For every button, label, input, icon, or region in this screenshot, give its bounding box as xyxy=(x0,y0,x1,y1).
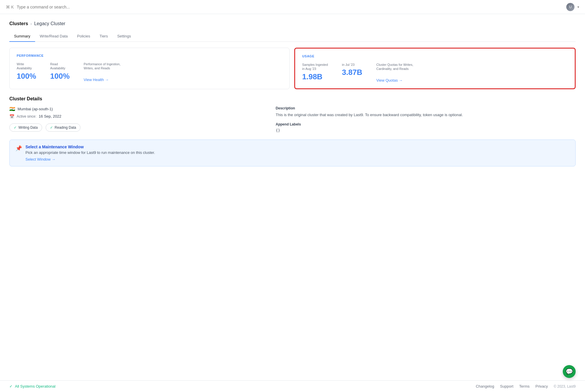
write-availability-metric: WriteAvailability 100% xyxy=(17,62,36,81)
tabs-nav: Summary Write/Read Data Policies Tiers S… xyxy=(9,31,576,42)
topbar: ⌘ K U ▾ xyxy=(0,0,585,14)
usage-section-label: USAGE xyxy=(302,54,568,58)
active-since-date: 16 Sep, 2022 xyxy=(39,114,61,118)
cluster-details-title: Cluster Details xyxy=(9,96,576,102)
read-availability-metric: ReadAvailability 100% xyxy=(50,62,70,81)
maintenance-title: Select a Maintenance Window xyxy=(25,145,569,149)
status-check-icon: ✓ xyxy=(9,384,13,388)
ingestion-performance-metric: Performance of Ingestion,Writes, and Rea… xyxy=(84,62,121,82)
write-availability-label: WriteAvailability xyxy=(17,62,36,71)
samples-ingested-jul-value: 3.87B xyxy=(342,68,362,77)
breadcrumb-parent[interactable]: Clusters xyxy=(9,21,28,26)
search-input[interactable] xyxy=(17,5,563,9)
breadcrumb: Clusters › Legacy Cluster xyxy=(9,21,576,26)
samples-ingested-aug-value: 1.98B xyxy=(302,72,328,81)
footer-status: ✓ All Systems Operational xyxy=(9,384,56,388)
maintenance-content: Select a Maintenance Window Pick an appr… xyxy=(25,145,569,161)
read-availability-value: 100% xyxy=(50,72,70,81)
append-labels-value: {} xyxy=(276,128,576,133)
breadcrumb-separator: › xyxy=(30,21,32,26)
cluster-details-grid: 🇮🇳 Mumbai (ap-south-1) 📅 Active since: 1… xyxy=(9,106,576,133)
copyright-text: © 2023, Last9 xyxy=(554,384,576,388)
append-labels-title: Append Labels xyxy=(276,122,576,126)
cluster-details-section: Cluster Details 🇮🇳 Mumbai (ap-south-1) 📅… xyxy=(9,96,576,133)
status-text: All Systems Operational xyxy=(15,384,56,388)
metrics-cards-row: PERFORMANCE WriteAvailability 100% ReadA… xyxy=(9,48,576,89)
footer: ✓ All Systems Operational Changelog Supp… xyxy=(0,380,585,392)
tab-policies[interactable]: Policies xyxy=(72,31,95,42)
view-quotas-link[interactable]: View Quotas → xyxy=(376,78,413,82)
chat-icon: 💬 xyxy=(566,368,573,375)
active-since-row: 📅 Active since: 16 Sep, 2022 xyxy=(9,114,259,119)
command-icon: ⌘ K xyxy=(6,5,14,9)
active-since-label: Active since: xyxy=(17,114,36,118)
tab-settings[interactable]: Settings xyxy=(113,31,136,42)
terms-link[interactable]: Terms xyxy=(519,384,529,388)
read-availability-label: ReadAvailability xyxy=(50,62,70,71)
description-text: This is the original cluster that was cr… xyxy=(276,112,576,118)
maintenance-icon: 📌 xyxy=(16,145,22,152)
writing-data-badge: ✓ Writing Data xyxy=(9,123,42,132)
writing-check-icon: ✓ xyxy=(14,125,17,130)
tab-write-read-data[interactable]: Write/Read Data xyxy=(35,31,73,42)
status-badges: ✓ Writing Data ✓ Reading Data xyxy=(9,123,259,132)
write-availability-value: 100% xyxy=(17,72,36,81)
performance-metrics: WriteAvailability 100% ReadAvailability … xyxy=(17,62,282,82)
india-flag-icon: 🇮🇳 xyxy=(9,106,15,112)
breadcrumb-current: Legacy Cluster xyxy=(34,21,66,26)
samples-ingested-aug-label: Samples Ingestedin Aug '23 xyxy=(302,63,328,71)
maintenance-description: Pick an appropriate time window for Last… xyxy=(25,150,569,155)
samples-ingested-jul-metric: in Jul '23 3.87B xyxy=(342,63,362,77)
cluster-quotas-label: Cluster Quotas for Writes,Cardinality, a… xyxy=(376,63,413,71)
cluster-quotas-metric: Cluster Quotas for Writes,Cardinality, a… xyxy=(376,63,413,82)
usage-metrics: Samples Ingestedin Aug '23 1.98B in Jul … xyxy=(302,63,568,82)
view-health-link[interactable]: View Health → xyxy=(84,78,121,82)
changelog-link[interactable]: Changelog xyxy=(476,384,494,388)
avatar[interactable]: U xyxy=(566,3,574,11)
select-window-link[interactable]: Select Window → xyxy=(25,157,569,161)
reading-check-icon: ✓ xyxy=(50,125,53,130)
samples-ingested-jul-label: in Jul '23 xyxy=(342,63,362,67)
maintenance-banner: 📌 Select a Maintenance Window Pick an ap… xyxy=(9,140,576,166)
samples-ingested-aug-metric: Samples Ingestedin Aug '23 1.98B xyxy=(302,63,328,81)
calendar-icon: 📅 xyxy=(9,114,14,119)
chevron-down-icon[interactable]: ▾ xyxy=(577,5,579,9)
writing-data-label: Writing Data xyxy=(18,125,38,130)
description-title: Description xyxy=(276,106,576,110)
region-row: 🇮🇳 Mumbai (ap-south-1) xyxy=(9,106,259,112)
ingestion-performance-label: Performance of Ingestion,Writes, and Rea… xyxy=(84,62,121,71)
reading-data-label: Reading Data xyxy=(55,125,76,130)
region-value: Mumbai (ap-south-1) xyxy=(18,107,53,111)
support-link[interactable]: Support xyxy=(500,384,514,388)
privacy-link[interactable]: Privacy xyxy=(535,384,548,388)
main-content: Clusters › Legacy Cluster Summary Write/… xyxy=(0,14,585,380)
performance-section-label: PERFORMANCE xyxy=(17,54,282,57)
footer-links: Changelog Support Terms Privacy © 2023, … xyxy=(476,384,576,388)
usage-card: USAGE Samples Ingestedin Aug '23 1.98B i… xyxy=(294,48,576,89)
tab-summary[interactable]: Summary xyxy=(9,31,35,42)
cluster-details-left: 🇮🇳 Mumbai (ap-south-1) 📅 Active since: 1… xyxy=(9,106,259,133)
chat-fab-button[interactable]: 💬 xyxy=(563,365,576,378)
performance-card: PERFORMANCE WriteAvailability 100% ReadA… xyxy=(9,48,290,89)
tab-tiers[interactable]: Tiers xyxy=(95,31,112,42)
reading-data-badge: ✓ Reading Data xyxy=(46,123,80,132)
cluster-details-right: Description This is the original cluster… xyxy=(269,106,576,133)
